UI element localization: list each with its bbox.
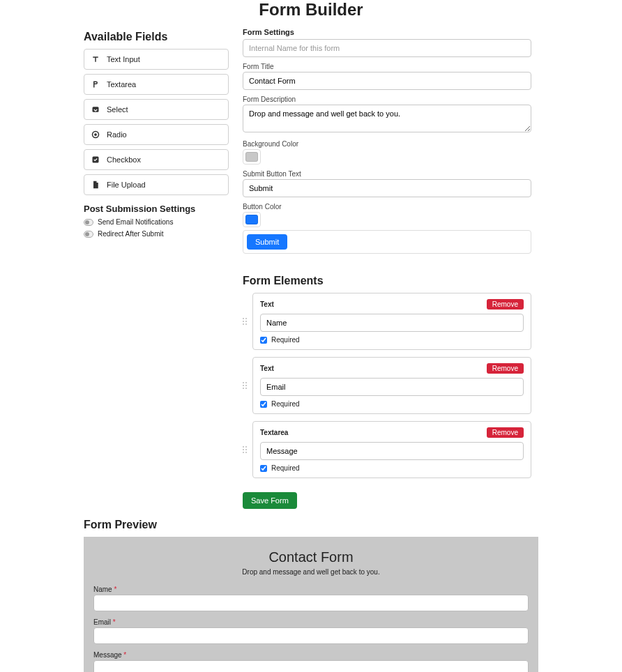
field-option-label: Select	[107, 105, 128, 114]
bg-color-label: Background Color	[243, 140, 531, 148]
post-submission-heading: Post Submission Settings	[84, 204, 229, 214]
remove-button[interactable]: Remove	[487, 299, 524, 310]
preview-name-input[interactable]	[93, 595, 529, 611]
form-elements-heading: Form Elements	[243, 275, 531, 287]
toggle-email-notifications[interactable]	[84, 219, 93, 226]
button-color-picker[interactable]	[243, 212, 261, 227]
element-name-input[interactable]	[260, 378, 524, 396]
form-description-label: Form Description	[243, 96, 531, 103]
field-option-label: File Upload	[107, 181, 146, 189]
element-card: Textarea Remove Required	[252, 421, 531, 478]
save-form-button[interactable]: Save Form	[243, 492, 297, 509]
required-checkbox[interactable]	[260, 337, 267, 344]
button-color-label: Button Color	[243, 203, 531, 211]
textarea-icon	[91, 80, 100, 89]
preview-field-label: Message *	[93, 651, 529, 659]
submit-button-preview[interactable]: Submit	[247, 234, 287, 250]
field-option-label: Radio	[107, 130, 127, 139]
post-setting-email: Send Email Notifications	[84, 218, 229, 226]
required-label: Required	[271, 336, 300, 344]
post-setting-label: Redirect After Submit	[98, 230, 163, 238]
preview-field-label: Email *	[93, 618, 529, 626]
element-name-input[interactable]	[260, 442, 524, 460]
element-type-label: Textarea	[260, 429, 288, 436]
required-row[interactable]: Required	[260, 336, 524, 344]
field-option-checkbox[interactable]: Checkbox	[84, 149, 229, 170]
element-row: Textarea Remove Required	[243, 421, 531, 478]
preview-message-input[interactable]	[93, 660, 529, 672]
remove-button[interactable]: Remove	[487, 363, 524, 374]
required-row[interactable]: Required	[260, 400, 524, 408]
element-row: Text Remove Required	[243, 293, 531, 350]
preview-email-input[interactable]	[93, 627, 529, 644]
page-title: Form Builder	[0, 0, 622, 22]
field-option-label: Textarea	[107, 80, 136, 89]
element-row: Text Remove Required	[243, 357, 531, 414]
post-setting-redirect: Redirect After Submit	[84, 230, 229, 238]
form-settings-heading: Form Settings	[243, 28, 531, 36]
required-label: Required	[271, 464, 300, 472]
button-color-swatch	[245, 215, 258, 224]
field-option-label: Text Input	[107, 55, 140, 63]
checkbox-icon	[91, 155, 100, 164]
bg-color-swatch	[245, 152, 258, 162]
required-checkbox[interactable]	[260, 465, 267, 472]
field-option-radio[interactable]: Radio	[84, 124, 229, 145]
bg-color-picker[interactable]	[243, 149, 261, 165]
internal-name-input[interactable]	[243, 39, 531, 57]
required-label: Required	[271, 400, 300, 408]
drag-handle-icon[interactable]	[243, 382, 250, 389]
form-elements-list: Text Remove Required	[243, 293, 531, 478]
field-option-text-input[interactable]: Text Input	[84, 49, 229, 70]
available-fields-list: Text Input Textarea Select	[84, 49, 229, 195]
element-type-label: Text	[260, 300, 274, 308]
form-preview-heading: Form Preview	[84, 519, 538, 531]
required-mark: *	[123, 651, 126, 659]
element-name-input[interactable]	[260, 314, 524, 332]
required-checkbox[interactable]	[260, 401, 267, 408]
toggle-redirect-after-submit[interactable]	[84, 231, 93, 238]
submit-button-preview-row: Submit	[243, 230, 531, 254]
required-row[interactable]: Required	[260, 464, 524, 472]
element-type-label: Text	[260, 365, 274, 372]
text-icon	[91, 55, 100, 63]
available-fields-heading: Available Fields	[84, 31, 229, 43]
drag-handle-icon[interactable]	[243, 446, 250, 453]
post-setting-label: Send Email Notifications	[98, 218, 173, 226]
form-description-input[interactable]	[243, 105, 531, 132]
select-icon	[91, 105, 100, 114]
form-title-input[interactable]	[243, 72, 531, 90]
field-option-select[interactable]: Select	[84, 99, 229, 120]
preview-field-label: Name *	[93, 586, 529, 593]
field-option-textarea[interactable]: Textarea	[84, 74, 229, 95]
svg-point-2	[94, 133, 97, 136]
drag-handle-icon[interactable]	[243, 318, 250, 325]
required-mark: *	[113, 618, 116, 626]
required-mark: *	[114, 586, 116, 593]
submit-text-label: Submit Button Text	[243, 170, 531, 178]
field-option-label: Checkbox	[107, 155, 141, 164]
submit-text-input[interactable]	[243, 179, 531, 197]
preview-form-title: Contact Form	[93, 549, 529, 565]
form-title-label: Form Title	[243, 63, 531, 70]
form-preview-panel: Contact Form Drop and message and well g…	[84, 537, 538, 672]
remove-button[interactable]: Remove	[487, 427, 524, 438]
radio-icon	[91, 130, 100, 139]
element-card: Text Remove Required	[252, 357, 531, 414]
element-card: Text Remove Required	[252, 293, 531, 350]
preview-form-description: Drop and message and well get back to yo…	[93, 568, 529, 576]
file-icon	[91, 181, 100, 189]
field-option-file-upload[interactable]: File Upload	[84, 174, 229, 195]
